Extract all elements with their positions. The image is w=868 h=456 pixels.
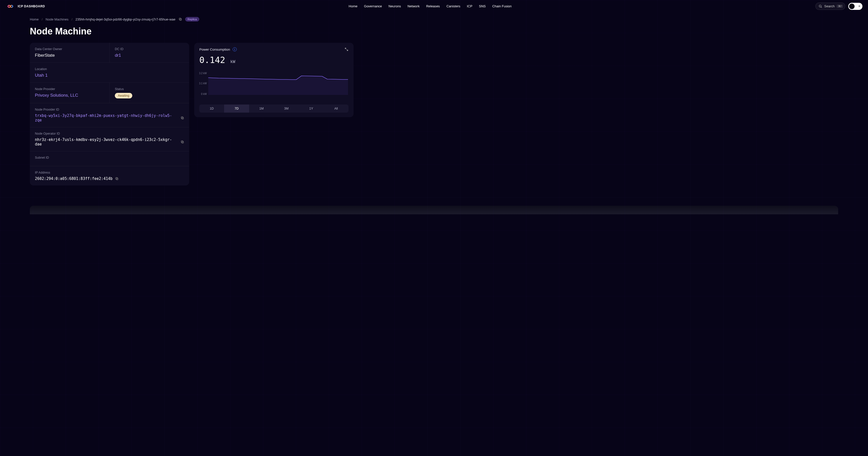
expand-icon[interactable] (344, 47, 348, 51)
status-badge: Awaiting (115, 93, 132, 98)
data-center-owner-value: FiberState (35, 53, 104, 58)
crumb-sep: / (42, 18, 43, 21)
copy-icon[interactable] (181, 140, 184, 144)
dc-id-link[interactable]: dr1 (115, 53, 184, 58)
svg-rect-6 (182, 142, 184, 143)
copy-icon[interactable] (181, 116, 184, 120)
node-operator-id-value: nhr3z-ekrj4-7usls-kmdbv-esy2j-3wvez-ck46… (35, 138, 178, 147)
crumb-parent[interactable]: Node Machines (45, 18, 68, 21)
crumb-current: 235hh-hmjhq-dejel-3q5oi-pdz66-dygbp-yi2s… (75, 18, 175, 21)
info-label: Node Operator ID (35, 132, 184, 135)
range-1y[interactable]: 1Y (299, 104, 323, 113)
sun-icon: ☀ (858, 4, 861, 8)
ip-address-cell: IP Address 2602:294:0:a05:6801:83ff:fee2… (30, 166, 189, 185)
power-title: Power Consumption (199, 48, 230, 51)
dc-id-cell: DC ID dr1 (110, 43, 189, 62)
power-number: 0.142 (199, 55, 225, 65)
svg-rect-4 (182, 117, 184, 119)
infinity-logo-icon (6, 4, 15, 9)
nav-chain-fusion[interactable]: Chain Fusion (492, 4, 512, 8)
svg-rect-5 (181, 117, 183, 118)
main-grid: Data Center Owner FiberState DC ID dr1 L… (0, 43, 868, 195)
range-7d[interactable]: 7D (224, 104, 249, 113)
range-all[interactable]: All (324, 104, 348, 113)
page-title: Node Machine (0, 22, 868, 43)
ip-address-value: 2602:294:0:a05:6801:83ff:fee2:414b (35, 176, 113, 181)
nav-sns[interactable]: SNS (479, 4, 486, 8)
replica-badge: Replica (185, 17, 199, 22)
nav-releases[interactable]: Releases (426, 4, 440, 8)
map-section (30, 206, 838, 214)
range-1d[interactable]: 1D (199, 104, 224, 113)
copy-icon[interactable] (115, 177, 119, 180)
power-unit: kW (230, 59, 235, 64)
crumb-sep: / (71, 18, 72, 21)
power-chart: 0.2 kW 0.1 kW 0 kW (199, 72, 348, 97)
crumb-home[interactable]: Home (30, 18, 39, 21)
search-icon (819, 5, 822, 8)
logo-text: ICP DASHBOARD (18, 5, 45, 8)
main-nav: Home Governance Neurons Network Releases… (349, 4, 512, 8)
info-label: IP Address (35, 171, 184, 174)
data-center-owner-cell: Data Center Owner FiberState (30, 43, 110, 62)
info-label: Status (115, 87, 184, 91)
nav-neurons[interactable]: Neurons (389, 4, 401, 8)
nav-home[interactable]: Home (349, 4, 358, 8)
header-right: Search ⌘/ ☀ (815, 3, 862, 10)
nav-governance[interactable]: Governance (364, 4, 382, 8)
info-label: Subnet ID (35, 156, 184, 159)
info-icon[interactable]: i (233, 47, 237, 51)
node-provider-link[interactable]: Privoxy Solutions, LLC (35, 93, 104, 98)
node-provider-id-cell: Node Provider ID trxbq-wy5xi-3y27q-bkpaf… (30, 103, 189, 127)
search-label: Search (824, 4, 835, 8)
search-button[interactable]: Search ⌘/ (815, 3, 845, 10)
node-operator-id-cell: Node Operator ID nhr3z-ekrj4-7usls-kmdbv… (30, 127, 189, 151)
nav-canisters[interactable]: Canisters (446, 4, 460, 8)
info-label: Node Provider (35, 87, 104, 91)
theme-toggle[interactable]: ☀ (848, 3, 862, 10)
nav-network[interactable]: Network (407, 4, 420, 8)
power-value: 0.142 kW (199, 55, 348, 65)
status-cell: Status Awaiting (110, 83, 189, 103)
node-provider-cell: Node Provider Privoxy Solutions, LLC (30, 83, 110, 103)
nav-icp[interactable]: ICP (467, 4, 472, 8)
time-range-tabs: 1D 7D 1M 3M 1Y All (199, 104, 348, 113)
info-label: Node Provider ID (35, 108, 184, 111)
search-kbd: ⌘/ (837, 5, 843, 8)
location-cell: Location Utah 1 (30, 63, 189, 83)
svg-rect-8 (116, 178, 118, 180)
logo[interactable]: ICP DASHBOARD (6, 4, 45, 9)
copy-icon[interactable] (179, 18, 182, 21)
theme-toggle-knob (849, 4, 855, 9)
y-tick-label: 0.1 kW (199, 82, 207, 85)
node-info-card: Data Center Owner FiberState DC ID dr1 L… (30, 43, 189, 185)
y-tick-label: 0.2 kW (199, 72, 207, 74)
y-tick-label: 0 kW (201, 93, 207, 95)
svg-line-1 (821, 7, 822, 8)
svg-rect-9 (116, 177, 117, 179)
svg-point-0 (819, 5, 821, 7)
subnet-id-cell: Subnet ID (30, 151, 189, 166)
location-link[interactable]: Utah 1 (35, 73, 184, 78)
info-label: Location (35, 67, 184, 71)
info-label: Data Center Owner (35, 47, 104, 51)
svg-rect-7 (181, 141, 183, 143)
power-consumption-card: Power Consumption i 0.142 kW 0.2 kW 0.1 … (194, 43, 353, 117)
header: ICP DASHBOARD Home Governance Neurons Ne… (0, 0, 868, 12)
breadcrumb: Home / Node Machines / 235hh-hmjhq-dejel… (0, 12, 868, 22)
svg-rect-2 (180, 19, 181, 21)
range-3m[interactable]: 3M (274, 104, 299, 113)
svg-rect-3 (179, 18, 181, 20)
range-1m[interactable]: 1M (249, 104, 274, 113)
node-provider-id-link[interactable]: trxbq-wy5xi-3y27q-bkpaf-mhi2m-puexs-yatg… (35, 113, 178, 122)
chart-area (208, 76, 348, 95)
info-label: DC ID (115, 47, 184, 51)
